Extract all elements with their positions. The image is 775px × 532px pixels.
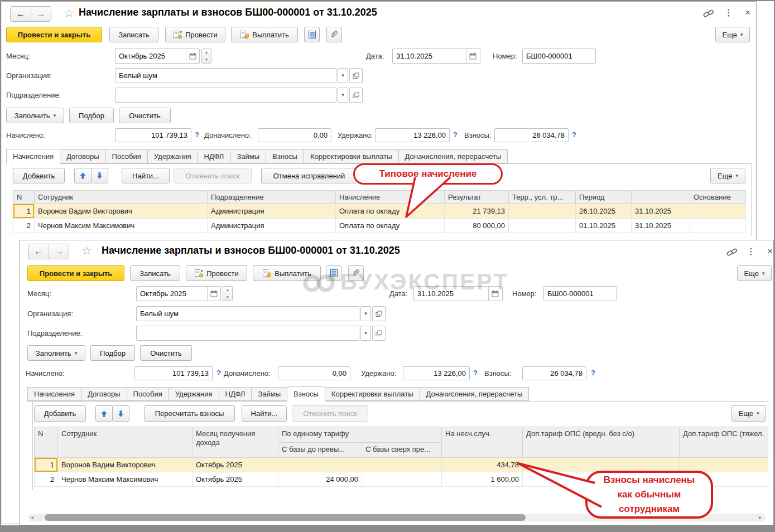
tab-loans[interactable]: Займы (230, 149, 266, 163)
department-input[interactable] (115, 88, 336, 103)
back-button[interactable]: ← (11, 7, 31, 21)
tab-recalculations[interactable]: Доначисления, перерасчеты (399, 149, 508, 163)
col-n[interactable]: N (13, 191, 35, 204)
withheld-help-icon[interactable]: ? (453, 130, 458, 139)
post-and-close-button[interactable]: Провести и закрыть (6, 27, 102, 42)
register-records-button[interactable] (326, 265, 341, 281)
clear-button[interactable]: Очистить (140, 345, 192, 361)
tab-payment-corrections[interactable]: Корректировки выплаты (304, 149, 399, 163)
pick-button[interactable]: Подбор (90, 345, 135, 361)
tab-contributions[interactable]: Взносы (287, 386, 325, 402)
col-period[interactable]: Период (576, 191, 632, 204)
withheld-value[interactable]: 13 226,00 (375, 128, 450, 142)
close-icon[interactable]: × (742, 6, 753, 20)
number-input[interactable]: БШ00-000001 (522, 49, 596, 64)
back-button[interactable]: ← (28, 244, 49, 259)
grid-more-button[interactable]: Еще▾ (731, 405, 766, 422)
close-icon[interactable]: × (764, 245, 774, 258)
month-calendar-icon[interactable] (186, 49, 199, 63)
save-button[interactable]: Записать (109, 27, 158, 42)
col-basis[interactable]: Основание (690, 191, 746, 204)
organization-input[interactable]: Белый шум (115, 68, 336, 83)
tab-accruals[interactable]: Начисления (6, 149, 60, 164)
col-employee[interactable]: Сотрудник (58, 427, 192, 458)
move-down-button[interactable] (112, 405, 129, 422)
contributions-help-icon[interactable]: ? (591, 369, 595, 377)
clear-button[interactable]: Очистить (119, 108, 171, 123)
pay-button[interactable]: Выплатить (231, 27, 298, 42)
pick-button[interactable]: Подбор (69, 108, 114, 123)
extra-accrued-value[interactable]: 0,00 (258, 128, 331, 142)
col-territory[interactable]: Терр., усл. тр... (509, 191, 576, 204)
add-row-button[interactable]: Добавить (13, 168, 65, 183)
add-row-button[interactable]: Добавить (34, 405, 86, 422)
date-calendar-icon[interactable] (466, 49, 479, 63)
forward-button[interactable]: → (49, 244, 69, 259)
accrued-value[interactable]: 101 739,13 (115, 128, 191, 142)
department-open-icon[interactable] (372, 326, 386, 341)
post-button[interactable]: Провести (165, 27, 225, 42)
col-n[interactable]: N (35, 427, 58, 458)
more-button[interactable]: Еще▾ (715, 27, 750, 42)
col-add-tariff-harm[interactable]: Доп.тариф ОПС (вредн. без с/о) (523, 427, 680, 458)
cancel-fixes-button[interactable]: Отмена исправлений (261, 168, 357, 183)
withheld-value[interactable]: 13 226,00 (403, 366, 470, 380)
more-button[interactable]: Еще▾ (737, 265, 772, 281)
save-button[interactable]: Записать (130, 265, 180, 281)
tab-benefits[interactable]: Пособия (127, 387, 169, 401)
col-income-month[interactable]: Месяц получения дохода (192, 427, 278, 458)
tab-contracts[interactable]: Договоры (81, 387, 127, 401)
attachments-button[interactable] (326, 27, 342, 42)
department-dropdown-icon[interactable]: ▾ (360, 326, 371, 341)
cancel-search-button[interactable]: Отменить поиск (174, 168, 252, 183)
move-up-button[interactable] (74, 168, 92, 183)
tab-ndfl[interactable]: НДФЛ (198, 149, 231, 163)
col-result[interactable]: Результат (445, 191, 509, 204)
favorite-star-icon[interactable]: ☆ (64, 7, 74, 19)
tab-payment-corrections[interactable]: Корректировки выплаты (325, 387, 420, 401)
find-button[interactable]: Найти... (122, 168, 170, 183)
find-button[interactable]: Найти... (242, 405, 287, 422)
col-base-under-limit[interactable]: С базы до превы... (278, 443, 362, 458)
extra-accrued-value[interactable]: 0,00 (278, 366, 350, 380)
month-calendar-icon[interactable] (207, 287, 220, 301)
department-input[interactable] (136, 326, 359, 341)
contributions-value[interactable]: 26 034,78 (494, 128, 569, 142)
move-down-button[interactable] (91, 168, 108, 183)
date-calendar-icon[interactable] (488, 287, 502, 301)
pay-button[interactable]: Выплатить (253, 265, 321, 281)
tab-deductions[interactable]: Удержания (169, 387, 219, 401)
table-row[interactable]: 1 Воронов Вадим Викторович Администрация… (13, 204, 746, 219)
department-dropdown-icon[interactable]: ▾ (338, 88, 348, 103)
table-row[interactable]: 1 Воронов Вадим Викторович Октябрь 2025 … (35, 458, 768, 472)
col-unified-tariff[interactable]: По единому тарифу (278, 427, 442, 443)
contributions-value[interactable]: 26 034,78 (522, 366, 586, 380)
post-button[interactable]: Провести (186, 265, 247, 281)
post-and-close-button[interactable]: Провести и закрыть (27, 265, 124, 281)
tab-contributions[interactable]: Взносы (266, 149, 304, 163)
col-base-over-limit[interactable]: С базы сверх пре... (362, 443, 442, 458)
tab-accruals[interactable]: Начисления (27, 387, 81, 401)
fill-button[interactable]: Заполнить▾ (27, 345, 85, 361)
kebab-menu-icon[interactable]: ⋮ (746, 245, 756, 258)
get-link-icon[interactable] (725, 246, 739, 258)
table-row[interactable]: 2 Чернов Максим Максимович Администрация… (13, 219, 746, 233)
favorite-star-icon[interactable]: ☆ (81, 245, 92, 257)
col-period-end[interactable] (632, 191, 690, 204)
col-department[interactable]: Подразделение (208, 191, 336, 204)
attachments-button[interactable] (348, 265, 364, 281)
tab-contracts[interactable]: Договоры (60, 149, 105, 163)
tab-recalculations[interactable]: Доначисления, перерасчеты (420, 387, 529, 401)
register-records-button[interactable] (304, 27, 320, 42)
department-open-icon[interactable] (349, 88, 363, 103)
organization-dropdown-icon[interactable]: ▾ (338, 68, 348, 83)
organization-input[interactable]: Белый шум (136, 306, 359, 321)
get-link-icon[interactable] (702, 7, 715, 20)
cancel-search-button[interactable]: Отменить поиск (292, 405, 368, 422)
withheld-help-icon[interactable]: ? (473, 369, 478, 377)
accrued-help-icon[interactable]: ? (216, 369, 221, 377)
kebab-menu-icon[interactable]: ⋮ (724, 6, 734, 20)
organization-dropdown-icon[interactable]: ▾ (360, 306, 371, 321)
col-accident[interactable]: На несч.случ. (442, 427, 523, 458)
accrued-help-icon[interactable]: ? (195, 130, 199, 139)
